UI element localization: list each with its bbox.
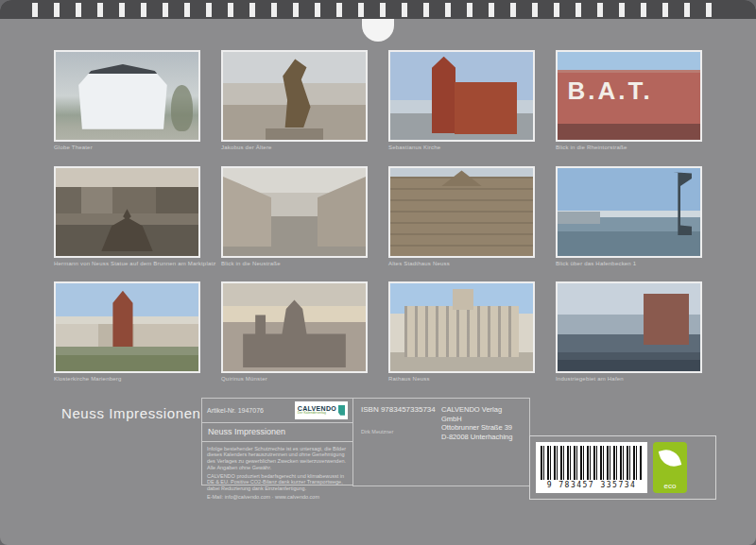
isbn-author-block: ISBN 9783457335734 Dirk Meutzner	[361, 405, 441, 442]
photo-thumbnail: Klosterkirche Marienberg	[54, 281, 200, 383]
calendar-title: Neuss Impressionen	[61, 405, 201, 421]
photo-thumbnail: Sebastianus Kirche	[388, 50, 535, 151]
publisher-street: Ottobrunner Straße 39	[441, 423, 522, 433]
author-name: Dirk Meutzner	[361, 429, 441, 434]
photo-caption: Klosterkirche Marienberg	[54, 376, 200, 383]
photo-thumbnail: Hermann von Neuss Statue auf dem Brunnen…	[54, 166, 200, 267]
calvendo-logo: CALVENDO Der Kalenderverlag	[295, 401, 348, 419]
photo-market-fountain	[54, 166, 200, 258]
contact-line: E-Mail: info@calvendo.com · www.calvendo…	[207, 494, 348, 501]
eco-label: eco	[653, 482, 687, 490]
publisher-address: CALVENDO Verlag GmbH Ottobrunner Straße …	[441, 405, 522, 442]
photo-globe-theater	[54, 50, 200, 142]
photo-neustrasse	[221, 166, 368, 258]
photo-thumbnail: B.A.T. Blick in die Rheintorstraße	[556, 50, 702, 151]
spiral-binding	[0, 0, 756, 19]
eco-logo: eco	[653, 442, 687, 493]
photo-caption: Blick in die Rheintorstraße	[556, 145, 702, 151]
photo-caption: Industriegebiet am Hafen	[556, 376, 702, 383]
photo-altes-stadthaus	[388, 166, 535, 258]
photo-caption: Rathaus Neuss	[388, 376, 535, 383]
photo-thumbnail: Blick über das Hafenbecken 1	[556, 166, 702, 267]
photo-thumbnail: Altes Stadthaus Neuss	[388, 166, 535, 267]
calendar-title-small: Neuss Impressionen	[208, 427, 285, 436]
barcode-digits: 9 783457 335734	[541, 481, 643, 489]
photo-caption: Globe Theater	[54, 145, 200, 151]
photo-harbor-basin	[556, 166, 702, 258]
binding-loops-icon	[32, 3, 724, 17]
photo-jakobus-statue	[221, 50, 368, 142]
isbn: ISBN 9783457335734	[361, 405, 441, 414]
calvendo-logo-text-block: CALVENDO Der Kalenderverlag	[298, 405, 336, 416]
photo-thumbnail: Industriegebiet am Hafen	[556, 281, 702, 383]
photo-caption: Hermann von Neuss Statue auf dem Brunnen…	[54, 261, 200, 267]
photo-thumbnail: Quirinus Münster	[221, 281, 368, 383]
barcode-box: 9 783457 335734 eco	[529, 435, 716, 500]
publisher-city: D-82008 Unterhaching	[441, 433, 522, 442]
bat-sign-text: B.A.T.	[568, 77, 653, 106]
photo-caption: Altes Stadthaus Neuss	[388, 261, 535, 267]
article-number: Artikel-Nr. 1947076	[207, 407, 264, 414]
photo-harbor-industry	[556, 281, 702, 373]
article-number-box: Artikel-Nr. 1947076 CALVENDO Der Kalende…	[201, 398, 353, 423]
product-info-column: Artikel-Nr. 1947076 CALVENDO Der Kalende…	[201, 398, 353, 485]
photo-thumbnail: Rathaus Neuss	[388, 281, 535, 383]
photo-bat-building: B.A.T.	[556, 50, 702, 142]
photo-rathaus	[388, 281, 535, 373]
publisher-row: ISBN 9783457335734 Dirk Meutzner CALVEND…	[361, 405, 522, 442]
leaf-icon	[659, 447, 681, 469]
calendar-back-cover: Globe Theater Jakobus der Ältere Sebasti…	[0, 0, 756, 545]
back-cover-footer: Neuss Impressionen Artikel-Nr. 1947076 C…	[0, 398, 756, 542]
photo-marienberg-church	[54, 281, 200, 373]
legal-text: Infolge bestehender Schutzrechte ist es …	[207, 446, 348, 471]
photo-caption: Blick in die Neustraße	[221, 261, 368, 267]
photo-caption: Quirinus Münster	[221, 376, 368, 383]
photo-caption: Sebastianus Kirche	[388, 145, 535, 151]
publisher-name: CALVENDO Verlag GmbH	[441, 405, 522, 424]
photo-grid: Globe Theater Jakobus der Ältere Sebasti…	[54, 50, 702, 383]
legal-box: Infolge bestehender Schutzrechte ist es …	[201, 441, 353, 485]
calvendo-logo-tagline: Der Kalenderverlag	[298, 412, 336, 416]
photo-caption: Blick über das Hafenbecken 1	[556, 261, 702, 267]
calendar-page-icon	[338, 405, 345, 416]
calendar-title-box: Neuss Impressionen	[201, 422, 353, 442]
barcode-bars	[541, 446, 643, 480]
photo-quirinus-minster	[221, 281, 368, 373]
photo-sebastianus-church	[388, 50, 535, 142]
hanger-hole	[362, 19, 394, 42]
publisher-box: ISBN 9783457335734 Dirk Meutzner CALVEND…	[352, 398, 530, 486]
photo-thumbnail: Jakobus der Ältere	[221, 50, 368, 151]
legal-text: CALVENDO produziert bedarfsgerecht und k…	[207, 473, 348, 492]
photo-thumbnail: Globe Theater	[54, 50, 200, 151]
photo-caption: Jakobus der Ältere	[221, 145, 368, 151]
barcode: 9 783457 335734	[536, 442, 647, 493]
photo-thumbnail: Blick in die Neustraße	[221, 166, 368, 267]
